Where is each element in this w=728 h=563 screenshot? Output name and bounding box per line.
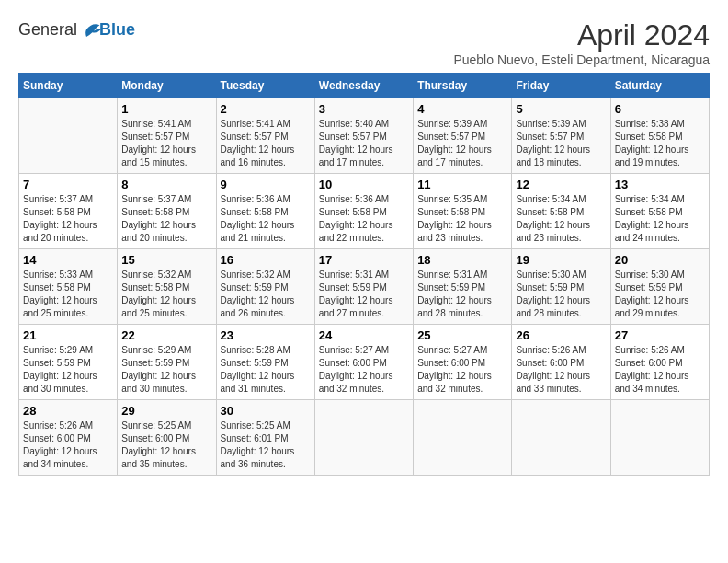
day-number: 20 [615, 253, 705, 267]
calendar-body: 1Sunrise: 5:41 AMSunset: 5:57 PMDaylight… [19, 98, 710, 476]
week-row-4: 21Sunrise: 5:29 AMSunset: 5:59 PMDayligh… [19, 325, 710, 400]
day-info: Sunrise: 5:34 AMSunset: 5:58 PMDaylight:… [615, 193, 705, 245]
day-info: Sunrise: 5:26 AMSunset: 6:00 PMDaylight:… [23, 419, 113, 471]
calendar-cell: 27Sunrise: 5:26 AMSunset: 6:00 PMDayligh… [610, 325, 709, 400]
calendar-cell: 8Sunrise: 5:37 AMSunset: 5:58 PMDaylight… [118, 174, 216, 249]
day-number: 24 [319, 328, 409, 342]
logo-text-general: General [18, 20, 77, 40]
calendar-cell: 28Sunrise: 5:26 AMSunset: 6:00 PMDayligh… [19, 400, 118, 476]
calendar-cell [314, 400, 413, 476]
day-info: Sunrise: 5:34 AMSunset: 5:58 PMDaylight:… [516, 193, 606, 245]
calendar-cell: 20Sunrise: 5:30 AMSunset: 5:59 PMDayligh… [610, 249, 709, 325]
calendar-cell: 1Sunrise: 5:41 AMSunset: 5:57 PMDaylight… [118, 98, 216, 174]
day-number: 26 [516, 328, 606, 342]
logo-bird-icon [79, 18, 101, 40]
calendar-cell: 15Sunrise: 5:32 AMSunset: 5:58 PMDayligh… [118, 249, 216, 325]
calendar-cell: 13Sunrise: 5:34 AMSunset: 5:58 PMDayligh… [610, 174, 709, 249]
calendar-cell: 24Sunrise: 5:27 AMSunset: 6:00 PMDayligh… [314, 325, 413, 400]
day-number: 3 [319, 102, 409, 116]
day-number: 18 [417, 253, 507, 267]
week-row-5: 28Sunrise: 5:26 AMSunset: 6:00 PMDayligh… [19, 400, 710, 476]
calendar-cell: 10Sunrise: 5:36 AMSunset: 5:58 PMDayligh… [314, 174, 413, 249]
day-info: Sunrise: 5:36 AMSunset: 5:58 PMDaylight:… [319, 193, 409, 245]
day-number: 22 [121, 328, 211, 342]
day-info: Sunrise: 5:33 AMSunset: 5:58 PMDaylight:… [23, 269, 113, 320]
day-number: 2 [221, 102, 311, 116]
day-number: 10 [319, 178, 409, 191]
subtitle: Pueblo Nuevo, Esteli Department, Nicarag… [453, 52, 710, 67]
day-info: Sunrise: 5:37 AMSunset: 5:58 PMDaylight:… [23, 193, 113, 245]
header-tuesday: Tuesday [216, 74, 314, 98]
day-info: Sunrise: 5:31 AMSunset: 5:59 PMDaylight:… [417, 269, 507, 320]
calendar-table: SundayMondayTuesdayWednesdayThursdayFrid… [18, 73, 710, 476]
calendar-header-row: SundayMondayTuesdayWednesdayThursdayFrid… [19, 74, 710, 98]
day-number: 28 [23, 404, 113, 418]
header: General Blue April 2024 Pueblo Nuevo, Es… [18, 18, 710, 67]
calendar-cell: 26Sunrise: 5:26 AMSunset: 6:00 PMDayligh… [512, 325, 610, 400]
calendar-cell: 25Sunrise: 5:27 AMSunset: 6:00 PMDayligh… [414, 325, 512, 400]
header-wednesday: Wednesday [314, 74, 413, 98]
header-friday: Friday [512, 74, 610, 98]
calendar-cell [19, 98, 118, 174]
day-info: Sunrise: 5:37 AMSunset: 5:58 PMDaylight:… [121, 193, 211, 245]
day-number: 12 [516, 178, 606, 191]
calendar-cell: 23Sunrise: 5:28 AMSunset: 5:59 PMDayligh… [216, 325, 314, 400]
title-area: April 2024 Pueblo Nuevo, Esteli Departme… [453, 18, 710, 67]
day-number: 30 [221, 404, 311, 418]
day-number: 27 [615, 328, 705, 342]
day-info: Sunrise: 5:26 AMSunset: 6:00 PMDaylight:… [516, 344, 606, 396]
calendar-cell [610, 400, 709, 476]
day-number: 7 [23, 178, 113, 191]
day-number: 29 [121, 404, 211, 418]
day-number: 6 [615, 102, 705, 116]
day-info: Sunrise: 5:35 AMSunset: 5:58 PMDaylight:… [417, 193, 507, 245]
day-number: 9 [221, 178, 311, 191]
header-saturday: Saturday [610, 74, 709, 98]
day-number: 21 [23, 328, 113, 342]
calendar-cell: 17Sunrise: 5:31 AMSunset: 5:59 PMDayligh… [314, 249, 413, 325]
calendar-cell: 5Sunrise: 5:39 AMSunset: 5:57 PMDaylight… [512, 98, 610, 174]
calendar-cell: 16Sunrise: 5:32 AMSunset: 5:59 PMDayligh… [216, 249, 314, 325]
day-number: 15 [121, 253, 211, 267]
day-number: 8 [121, 178, 211, 191]
day-number: 5 [516, 102, 606, 116]
day-info: Sunrise: 5:27 AMSunset: 6:00 PMDaylight:… [417, 344, 507, 396]
calendar-cell: 22Sunrise: 5:29 AMSunset: 5:59 PMDayligh… [118, 325, 216, 400]
logo-text-blue: Blue [99, 20, 135, 40]
calendar-cell: 2Sunrise: 5:41 AMSunset: 5:57 PMDaylight… [216, 98, 314, 174]
day-number: 19 [516, 253, 606, 267]
day-info: Sunrise: 5:25 AMSunset: 6:01 PMDaylight:… [221, 419, 311, 471]
day-info: Sunrise: 5:25 AMSunset: 6:00 PMDaylight:… [121, 419, 211, 471]
month-title: April 2024 [453, 18, 710, 52]
calendar-cell: 14Sunrise: 5:33 AMSunset: 5:58 PMDayligh… [19, 249, 118, 325]
day-info: Sunrise: 5:32 AMSunset: 5:58 PMDaylight:… [121, 269, 211, 320]
header-monday: Monday [118, 74, 216, 98]
calendar-cell: 30Sunrise: 5:25 AMSunset: 6:01 PMDayligh… [216, 400, 314, 476]
day-info: Sunrise: 5:30 AMSunset: 5:59 PMDaylight:… [615, 269, 705, 320]
week-row-3: 14Sunrise: 5:33 AMSunset: 5:58 PMDayligh… [19, 249, 710, 325]
calendar-cell: 12Sunrise: 5:34 AMSunset: 5:58 PMDayligh… [512, 174, 610, 249]
day-number: 14 [23, 253, 113, 267]
day-number: 1 [121, 102, 211, 116]
week-row-2: 7Sunrise: 5:37 AMSunset: 5:58 PMDaylight… [19, 174, 710, 249]
day-info: Sunrise: 5:31 AMSunset: 5:59 PMDaylight:… [319, 269, 409, 320]
day-info: Sunrise: 5:40 AMSunset: 5:57 PMDaylight:… [319, 118, 409, 169]
day-info: Sunrise: 5:30 AMSunset: 5:59 PMDaylight:… [516, 269, 606, 320]
calendar-cell [414, 400, 512, 476]
logo: General Blue [18, 18, 135, 40]
day-number: 17 [319, 253, 409, 267]
calendar-cell: 11Sunrise: 5:35 AMSunset: 5:58 PMDayligh… [414, 174, 512, 249]
calendar-cell: 21Sunrise: 5:29 AMSunset: 5:59 PMDayligh… [19, 325, 118, 400]
calendar-cell [512, 400, 610, 476]
week-row-1: 1Sunrise: 5:41 AMSunset: 5:57 PMDaylight… [19, 98, 710, 174]
day-info: Sunrise: 5:41 AMSunset: 5:57 PMDaylight:… [221, 118, 311, 169]
calendar-cell: 6Sunrise: 5:38 AMSunset: 5:58 PMDaylight… [610, 98, 709, 174]
day-number: 23 [221, 328, 311, 342]
day-number: 16 [221, 253, 311, 267]
day-number: 25 [417, 328, 507, 342]
day-info: Sunrise: 5:29 AMSunset: 5:59 PMDaylight:… [23, 344, 113, 396]
calendar-cell: 9Sunrise: 5:36 AMSunset: 5:58 PMDaylight… [216, 174, 314, 249]
day-number: 11 [417, 178, 507, 191]
day-info: Sunrise: 5:32 AMSunset: 5:59 PMDaylight:… [221, 269, 311, 320]
day-info: Sunrise: 5:39 AMSunset: 5:57 PMDaylight:… [417, 118, 507, 169]
